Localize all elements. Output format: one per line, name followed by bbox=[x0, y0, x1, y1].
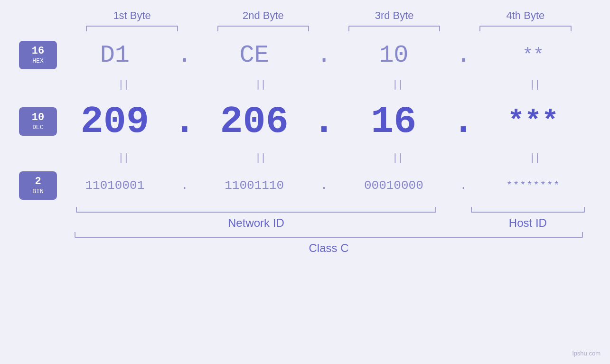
eq1-2: || bbox=[204, 79, 317, 91]
byte-2-label: 2nd Byte bbox=[243, 9, 284, 22]
class-c-row: Class C bbox=[19, 232, 591, 255]
hex-byte-2: CE bbox=[197, 41, 312, 69]
watermark: ipshu.com bbox=[572, 350, 601, 357]
hex-dot-1: . bbox=[173, 41, 197, 69]
hex-byte-4: ** bbox=[475, 45, 591, 65]
class-c-group: Class C bbox=[66, 232, 591, 255]
hex-byte-3: 10 bbox=[336, 41, 452, 69]
dec-badge: 10 DEC bbox=[19, 107, 57, 136]
dec-dot-2: . bbox=[312, 100, 336, 143]
byte-4-header: 4th Byte bbox=[460, 9, 591, 31]
bin-dot-1: . bbox=[173, 178, 197, 193]
bin-row: 2 BIN 11010001 . 11001110 . 00010000 . *… bbox=[19, 167, 591, 205]
dec-byte-1: 209 bbox=[57, 100, 173, 143]
bin-dot-2: . bbox=[312, 178, 336, 193]
bin-badge: 2 BIN bbox=[19, 171, 57, 200]
byte-1-label: 1st Byte bbox=[113, 9, 150, 22]
bin-byte-3: 00010000 bbox=[336, 178, 452, 193]
eq1-4: || bbox=[478, 79, 591, 91]
dec-byte-2: 206 bbox=[197, 100, 312, 143]
byte-2-bracket-top bbox=[217, 26, 309, 31]
host-id-label: Host ID bbox=[509, 216, 547, 230]
byte-4-bracket-top bbox=[479, 26, 571, 31]
byte-3-header: 3rd Byte bbox=[329, 9, 460, 31]
equals-row-1: || || || || bbox=[19, 76, 591, 93]
dec-row: 10 DEC 209 . 206 . 16 . *** bbox=[19, 93, 591, 150]
dec-byte-4: *** bbox=[475, 105, 591, 138]
hex-dot-3: . bbox=[451, 41, 475, 69]
bin-byte-2: 11001110 bbox=[197, 178, 312, 193]
eq2-4: || bbox=[478, 152, 591, 164]
hex-byte-1: D1 bbox=[57, 41, 173, 69]
network-id-label: Network ID bbox=[228, 216, 284, 230]
dec-dot-1: . bbox=[173, 100, 197, 143]
main-container: 1st Byte 2nd Byte 3rd Byte 4th Byte 16 H… bbox=[0, 0, 610, 364]
bin-byte-1: 11010001 bbox=[57, 178, 173, 193]
byte-headers-row: 1st Byte 2nd Byte 3rd Byte 4th Byte bbox=[19, 9, 591, 31]
hex-dot-2: . bbox=[312, 41, 336, 69]
host-bracket-bottom bbox=[471, 207, 585, 213]
eq2-3: || bbox=[341, 152, 454, 164]
byte-2-header: 2nd Byte bbox=[197, 9, 328, 31]
class-c-bracket bbox=[75, 232, 583, 238]
host-id-group: Host ID bbox=[465, 207, 591, 230]
byte-1-header: 1st Byte bbox=[66, 9, 197, 31]
byte-4-label: 4th Byte bbox=[507, 9, 545, 22]
hex-badge: 16 HEX bbox=[19, 41, 57, 69]
dec-dot-3: . bbox=[451, 100, 475, 143]
byte-1-bracket-top bbox=[86, 26, 178, 31]
equals-row-2: || || || || bbox=[19, 150, 591, 167]
network-bracket-bottom bbox=[76, 207, 436, 213]
eq1-1: || bbox=[66, 79, 180, 91]
eq1-3: || bbox=[341, 79, 454, 91]
dec-byte-3: 16 bbox=[336, 100, 452, 143]
byte-3-label: 3rd Byte bbox=[375, 9, 414, 22]
eq2-1: || bbox=[66, 152, 180, 164]
class-c-label: Class C bbox=[309, 242, 348, 255]
bin-dot-3: . bbox=[451, 178, 475, 193]
byte-3-bracket-top bbox=[348, 26, 440, 31]
eq2-2: || bbox=[204, 152, 317, 164]
hex-row: 16 HEX D1 . CE . 10 . ** bbox=[19, 34, 591, 76]
network-id-group: Network ID bbox=[66, 207, 446, 230]
bin-byte-4: ******** bbox=[475, 180, 591, 192]
network-host-bracket-row: Network ID Host ID bbox=[19, 207, 591, 230]
